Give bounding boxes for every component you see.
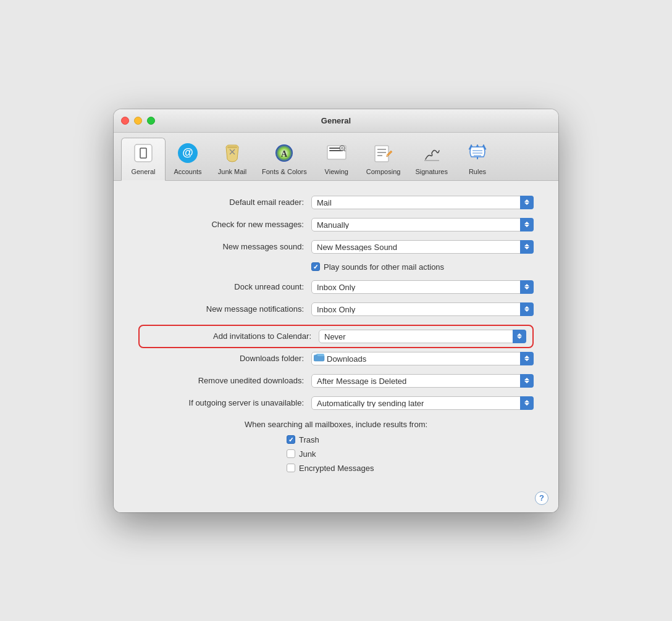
accounts-icon: @: [175, 141, 200, 165]
checkmark-play-sounds: ✓: [313, 264, 318, 270]
select-downloads-folder[interactable]: Downloads: [311, 352, 534, 365]
label-outgoing-server: If outgoing server is unavailable:: [138, 398, 311, 407]
checkmark-trash: ✓: [288, 436, 293, 443]
help-button[interactable]: ?: [535, 491, 548, 505]
svg-text:@: @: [182, 146, 193, 159]
select-wrapper-check-messages: Manually: [311, 218, 534, 231]
select-dock-unread-count[interactable]: Inbox Only: [311, 280, 534, 294]
checkbox-play-sounds[interactable]: ✓: [311, 262, 320, 271]
select-new-message-notifications[interactable]: Inbox Only: [311, 302, 534, 316]
select-outgoing-server[interactable]: Automatically try sending later: [311, 396, 534, 410]
label-check-new-messages: Check for new messages:: [138, 220, 311, 229]
select-wrapper-invitations: Never: [319, 330, 526, 343]
control-new-messages-sound: New Messages Sound: [311, 240, 534, 254]
tab-general-label: General: [131, 168, 155, 175]
select-wrapper-notifications: Inbox Only: [311, 302, 534, 316]
row-default-email-reader: Default email reader: Mail: [138, 196, 534, 209]
label-trash: Trash: [299, 435, 319, 444]
junk-mail-icon: [220, 141, 245, 165]
control-default-email-reader: Mail: [311, 196, 534, 209]
composing-icon: [371, 141, 396, 165]
tab-junk-mail-label: Junk Mail: [218, 168, 246, 175]
select-wrapper-remove-downloads: After Message is Deleted: [311, 374, 534, 388]
svg-text:A: A: [281, 149, 288, 159]
select-wrapper-downloads: Downloads: [311, 352, 534, 365]
tab-fonts-colors[interactable]: A Fonts & Colors: [254, 138, 314, 180]
row-remove-unedited-downloads: Remove unedited downloads: After Message…: [138, 374, 534, 388]
row-outgoing-server: If outgoing server is unavailable: Autom…: [138, 396, 534, 410]
checkbox-trash[interactable]: ✓: [287, 435, 295, 444]
tab-general[interactable]: General: [121, 138, 166, 181]
label-new-message-notifications: New message notifications:: [138, 304, 311, 314]
tab-fonts-colors-label: Fonts & Colors: [262, 168, 307, 175]
label-dock-unread-count: Dock unread count:: [138, 282, 311, 291]
row-add-invitations: Add invitations to Calendar: Never: [146, 330, 526, 343]
select-default-email-reader[interactable]: Mail: [311, 196, 534, 209]
select-new-messages-sound[interactable]: New Messages Sound: [311, 240, 534, 254]
row-new-messages-sound: New messages sound: New Messages Sound: [138, 240, 534, 254]
select-remove-unedited-downloads[interactable]: After Message is Deleted: [311, 374, 534, 388]
label-add-invitations: Add invitations to Calendar:: [146, 331, 319, 341]
select-wrapper-sound: New Messages Sound: [311, 240, 534, 254]
checkbox-junk[interactable]: [287, 449, 295, 458]
tab-accounts[interactable]: @ Accounts: [166, 138, 210, 180]
traffic-lights: [121, 117, 155, 125]
label-junk: Junk: [299, 449, 316, 459]
row-dock-unread-count: Dock unread count: Inbox Only: [138, 280, 534, 294]
tab-junk-mail[interactable]: Junk Mail: [210, 138, 254, 180]
row-play-sounds: ✓ Play sounds for other mail actions: [138, 262, 534, 272]
checkbox-item-junk: Junk: [287, 449, 534, 459]
viewing-icon: [324, 141, 349, 165]
close-button[interactable]: [121, 117, 129, 125]
row-downloads-folder: Downloads folder: Downloads: [138, 352, 534, 365]
bottom-bar: ?: [114, 490, 558, 512]
label-downloads-folder: Downloads folder:: [138, 354, 311, 363]
label-play-sounds: Play sounds for other mail actions: [324, 262, 444, 272]
row-check-new-messages: Check for new messages: Manually: [138, 218, 534, 231]
select-check-new-messages[interactable]: Manually: [311, 218, 534, 231]
control-dock-unread-count: Inbox Only: [311, 280, 534, 294]
tab-composing[interactable]: Composing: [359, 138, 408, 180]
control-outgoing-server: Automatically try sending later: [311, 396, 534, 410]
tab-rules-label: Rules: [469, 168, 486, 175]
checkbox-item-trash: ✓ Trash: [287, 435, 534, 444]
checkbox-item-encrypted-messages: Encrypted Messages: [287, 464, 534, 473]
tab-signatures-label: Signatures: [415, 168, 448, 175]
tab-signatures[interactable]: Signatures: [408, 138, 455, 180]
content-area: Default email reader: Mail Check f: [114, 181, 558, 512]
select-wrapper-outgoing-server: Automatically try sending later: [311, 396, 534, 410]
maximize-button[interactable]: [147, 117, 155, 125]
row-new-message-notifications: New message notifications: Inbox Only: [138, 302, 534, 316]
signatures-icon: [419, 141, 444, 165]
label-encrypted-messages: Encrypted Messages: [299, 464, 374, 473]
tab-viewing-label: Viewing: [325, 168, 348, 175]
svg-rect-10: [329, 148, 340, 149]
window-title: General: [321, 116, 351, 125]
tab-composing-label: Composing: [366, 168, 401, 175]
control-remove-unedited-downloads: After Message is Deleted: [311, 374, 534, 388]
tab-rules[interactable]: Rules: [455, 138, 500, 180]
settings-content: Default email reader: Mail Check f: [114, 181, 558, 490]
svg-rect-6: [227, 146, 237, 148]
svg-rect-15: [375, 146, 388, 162]
label-default-email-reader: Default email reader:: [138, 198, 311, 207]
select-wrapper-email-reader: Mail: [311, 196, 534, 209]
search-section-header: When searching all mailboxes, include re…: [138, 420, 534, 429]
control-check-new-messages: Manually: [311, 218, 534, 231]
checkbox-encrypted-messages[interactable]: [287, 464, 295, 472]
tab-viewing[interactable]: Viewing: [314, 138, 359, 180]
label-remove-unedited-downloads: Remove unedited downloads:: [138, 376, 311, 385]
label-new-messages-sound: New messages sound:: [138, 242, 311, 251]
tab-accounts-label: Accounts: [174, 168, 201, 175]
highlighted-row-invitations: Add invitations to Calendar: Never: [138, 325, 534, 348]
search-checkbox-group: ✓ Trash Junk Encrypted Messages: [138, 435, 534, 473]
titlebar: General: [114, 109, 558, 133]
control-downloads-folder: Downloads: [311, 352, 534, 365]
select-add-invitations[interactable]: Never: [319, 330, 526, 343]
minimize-button[interactable]: [134, 117, 142, 125]
toolbar: General @ Accounts Junk Mai: [114, 133, 558, 181]
rules-icon: [465, 141, 490, 165]
preferences-window: General General @ Accounts: [114, 109, 558, 512]
general-icon: [131, 141, 156, 165]
select-wrapper-dock-unread: Inbox Only: [311, 280, 534, 294]
